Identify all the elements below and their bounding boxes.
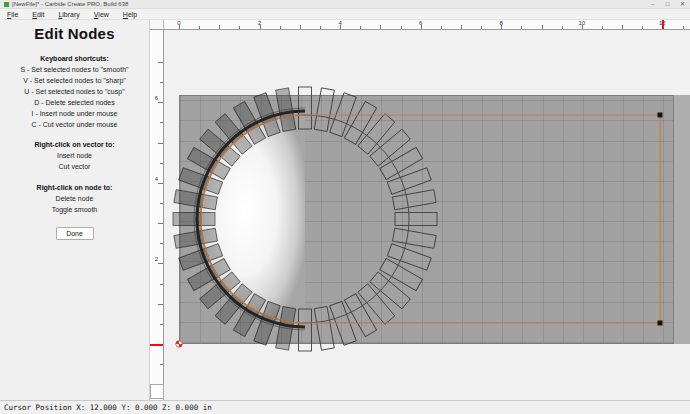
ruler-cursor-x (662, 20, 664, 30)
ruler-tick (158, 263, 163, 264)
node-handle[interactable] (658, 113, 663, 118)
ruler-tick (160, 364, 163, 365)
ruler-tick (320, 26, 321, 29)
menu-file[interactable]: File (0, 9, 25, 20)
ruler-tick (481, 26, 482, 29)
ruler-label: 2 (258, 20, 261, 26)
section-line: S - Set selected nodes to "smooth" (0, 66, 149, 73)
ruler-cursor-y (150, 344, 164, 346)
ruler-label: 6 (419, 20, 422, 26)
ruler-label: 8 (500, 20, 503, 26)
menu-help[interactable]: Help (116, 9, 144, 20)
status-bar: Cursor Position X: 12.000 Y: 0.000 Z: 0.… (0, 400, 690, 414)
ring-tick (370, 272, 411, 309)
ruler-tick (160, 324, 163, 325)
ruler-label: 4 (338, 20, 341, 26)
ring-tick (387, 244, 431, 271)
ruler-tick (199, 26, 200, 29)
ruler-tick (158, 183, 163, 184)
ruler-tick (160, 203, 163, 204)
minimize-button[interactable]: – (645, 0, 660, 9)
origin-marker-quadrant (176, 341, 179, 344)
window-controls: –□✕ (645, 0, 690, 9)
horizontal-ruler: 024681012 (164, 20, 690, 30)
menu-bar: FileEditLibraryViewHelp (0, 9, 690, 20)
ruler-tick (160, 82, 163, 83)
ruler-tick (441, 26, 442, 29)
cursor-position-text: Cursor Position X: 12.000 Y: 0.000 Z: 0.… (4, 403, 212, 412)
ruler-label: 2 (155, 256, 158, 262)
panel-title: Edit Nodes (0, 25, 149, 42)
ruler-tick (160, 284, 163, 285)
ring-tick (380, 258, 423, 290)
section-heading: Right-click on node to: (0, 184, 149, 191)
ruler-tick (158, 223, 163, 224)
ruler-tick (219, 25, 220, 30)
edit-nodes-panel: Edit Nodes Keyboard shortcuts:S - Set se… (0, 20, 150, 400)
ruler-label: 0 (177, 20, 180, 26)
ring-tick (358, 114, 395, 155)
ruler-label: 6 (155, 95, 158, 101)
ruler-tick (360, 26, 361, 29)
ruler-corner (150, 20, 164, 30)
close-button[interactable]: ✕ (675, 0, 690, 9)
section-heading: Keyboard shortcuts: (0, 55, 149, 62)
panel-section: Keyboard shortcuts:S - Set selected node… (0, 55, 149, 128)
design-svg[interactable] (164, 30, 690, 400)
panel-section: Right-click on node to:Delete nodeToggle… (0, 184, 149, 213)
ring-tick (370, 129, 411, 166)
ruler-tick (158, 304, 163, 305)
section-line: Cut vector (0, 163, 149, 170)
ruler-tick (300, 25, 301, 30)
ruler-tick (280, 26, 281, 29)
ruler-tick (158, 143, 163, 144)
ring-tick (314, 88, 334, 132)
section-line: Toggle smooth (0, 206, 149, 213)
ruler-tick (602, 26, 603, 29)
ring-tick (344, 294, 376, 337)
section-line: V - Set selected nodes to "sharp" (0, 77, 149, 84)
ruler-tick (380, 25, 381, 30)
section-line: Delete node (0, 195, 149, 202)
section-line: U - Set selected nodes to "cusp" (0, 88, 149, 95)
ring-tick (380, 147, 423, 179)
ruler-tick (562, 26, 563, 29)
maximize-button[interactable]: □ (660, 0, 675, 9)
panel-sections: Keyboard shortcuts:S - Set selected node… (0, 55, 149, 213)
menu-library[interactable]: Library (51, 9, 86, 20)
ruler-tick (622, 25, 623, 30)
ring-tick (314, 307, 334, 351)
node-handle[interactable] (658, 321, 663, 326)
ring-tick (387, 168, 431, 195)
ring-tick (358, 284, 395, 325)
menu-edit[interactable]: Edit (25, 9, 51, 20)
window-title: [NewFile]* - Carbide Create PRO, Build 6… (12, 0, 128, 9)
ruler-tick (239, 26, 240, 29)
ruler-tick (683, 26, 684, 29)
ruler-label: 4 (155, 176, 158, 182)
ruler-tick (461, 25, 462, 30)
ruler-tick (160, 243, 163, 244)
ring-tick (393, 190, 437, 210)
design-canvas[interactable] (164, 30, 690, 400)
ruler-tick (542, 25, 543, 30)
ruler-tick (158, 102, 163, 103)
section-line: D - Delete selected nodes (0, 99, 149, 106)
section-line: I - Insert node under mouse (0, 110, 149, 117)
app-icon (4, 2, 9, 7)
ruler-tick (160, 163, 163, 164)
ruler-tick (642, 26, 643, 29)
section-line: C - Cut vector under mouse (0, 121, 149, 128)
menu-view[interactable]: View (87, 9, 116, 20)
panel-section: Right-click on vector to:Insert nodeCut … (0, 141, 149, 170)
ring-tick (395, 213, 437, 226)
ruler-tick (160, 122, 163, 123)
ring-ticks-outline (299, 87, 438, 351)
origin-marker-quadrant (179, 344, 182, 347)
section-line: Insert node (0, 152, 149, 159)
app-window: [NewFile]* - Carbide Create PRO, Build 6… (0, 0, 690, 414)
vertical-ruler: 246 (150, 30, 164, 400)
vertical-ruler-end-box (150, 384, 164, 399)
done-button[interactable]: Done (56, 227, 94, 240)
ring-tick (393, 228, 437, 248)
